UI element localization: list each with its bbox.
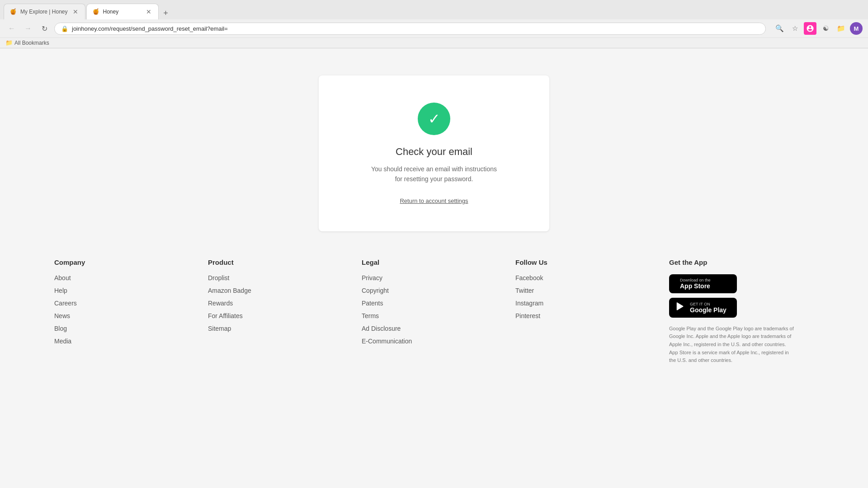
footer-link-about[interactable]: About xyxy=(54,274,71,282)
tab-title-2: Honey xyxy=(103,9,141,15)
list-item: Instagram xyxy=(515,300,660,307)
list-item: Ad Disclosure xyxy=(362,325,506,332)
tab-my-explore[interactable]: 🍯 My Explore | Honey ✕ xyxy=(4,4,85,19)
apple-badge-text: Download on the App Store xyxy=(680,278,711,290)
list-item: Privacy xyxy=(362,274,506,282)
checkmark-icon: ✓ xyxy=(428,110,440,127)
list-item: News xyxy=(54,312,199,319)
list-item: Copyright xyxy=(362,287,506,294)
success-card: ✓ Check your email You should receive an… xyxy=(319,75,549,231)
return-link[interactable]: Return to account settings xyxy=(400,197,468,204)
tab-close-1[interactable]: ✕ xyxy=(71,8,80,16)
tab-title-1: My Explore | Honey xyxy=(20,9,68,15)
card-subtitle-line1: You should receive an email with instruc… xyxy=(371,165,497,173)
tab-close-2[interactable]: ✕ xyxy=(145,8,153,16)
google-badge-small: GET IT ON xyxy=(690,302,726,306)
footer-product: Product Droplist Amazon Badge Rewards Fo… xyxy=(208,258,353,365)
list-item: Facebook xyxy=(515,274,660,282)
tab-favicon-2: 🍯 xyxy=(92,8,99,15)
footer-legal: Legal Privacy Copyright Patents Terms Ad… xyxy=(362,258,506,365)
bookmarks-bar-label[interactable]: All Bookmarks xyxy=(14,40,49,46)
list-item: Amazon Badge xyxy=(208,287,353,294)
list-item: Help xyxy=(54,287,199,294)
card-subtitle: You should receive an email with instruc… xyxy=(355,164,513,184)
list-item: Rewards xyxy=(208,300,353,307)
address-bar-row: ← → ↻ 🔒 joinhoney.com/request/send_passw… xyxy=(0,19,868,38)
footer-link-droplist[interactable]: Droplist xyxy=(208,274,229,282)
footer-link-ad-disclosure[interactable]: Ad Disclosure xyxy=(362,325,401,332)
list-item: Media xyxy=(54,338,199,345)
footer-link-terms[interactable]: Terms xyxy=(362,312,379,319)
footer-link-instagram[interactable]: Instagram xyxy=(515,300,543,307)
card-title: Check your email xyxy=(355,146,513,158)
apple-app-store-badge[interactable]: Download on the App Store xyxy=(669,274,737,293)
bookmarks-folder-icon: 📁 xyxy=(5,39,13,46)
bookmarks-bar: 📁 All Bookmarks xyxy=(0,38,868,48)
footer-link-privacy[interactable]: Privacy xyxy=(362,274,382,282)
footer-follow: Follow Us Facebook Twitter Instagram Pin… xyxy=(515,258,660,365)
lock-icon: 🔒 xyxy=(61,25,68,32)
footer-product-heading: Product xyxy=(208,258,353,266)
footer-link-twitter[interactable]: Twitter xyxy=(515,287,534,294)
footer-legal-links: Privacy Copyright Patents Terms Ad Discl… xyxy=(362,274,506,345)
footer-product-links: Droplist Amazon Badge Rewards For Affili… xyxy=(208,274,353,332)
bookmark-star-button[interactable]: ☆ xyxy=(788,22,801,35)
list-item: About xyxy=(54,274,199,282)
tab-honey[interactable]: 🍯 Honey ✕ xyxy=(86,4,159,19)
success-circle: ✓ xyxy=(418,103,450,135)
tab-bar: 🍯 My Explore | Honey ✕ 🍯 Honey ✕ + xyxy=(0,0,868,19)
address-text: joinhoney.com/request/send_password_rese… xyxy=(72,25,759,32)
google-play-badge[interactable]: GET IT ON Google Play xyxy=(669,298,737,318)
footer-follow-heading: Follow Us xyxy=(515,258,660,266)
footer-link-pinterest[interactable]: Pinterest xyxy=(515,312,540,319)
list-item: Blog xyxy=(54,325,199,332)
google-play-icon xyxy=(675,301,685,314)
tab-favicon-1: 🍯 xyxy=(9,8,17,15)
footer-link-rewards[interactable]: Rewards xyxy=(208,300,233,307)
footer: Company About Help Careers News Blog Med… xyxy=(0,240,868,383)
app-badges: Download on the App Store GET IT ON Goog… xyxy=(669,274,814,318)
footer-link-patents[interactable]: Patents xyxy=(362,300,383,307)
reload-button[interactable]: ↻ xyxy=(38,22,51,35)
footer-link-amazon-badge[interactable]: Amazon Badge xyxy=(208,287,251,294)
footer-company-links: About Help Careers News Blog Media xyxy=(54,274,199,345)
list-item: Pinterest xyxy=(515,312,660,319)
footer-link-careers[interactable]: Careers xyxy=(54,300,77,307)
back-button[interactable]: ← xyxy=(5,22,18,35)
footer-link-help[interactable]: Help xyxy=(54,287,67,294)
list-item: Sitemap xyxy=(208,325,353,332)
footer-link-facebook[interactable]: Facebook xyxy=(515,274,543,282)
footer-link-media[interactable]: Media xyxy=(54,338,71,345)
list-item: Droplist xyxy=(208,274,353,282)
footer-app-heading: Get the App xyxy=(669,258,814,266)
card-container: ✓ Check your email You should receive an… xyxy=(0,66,868,240)
browser-chrome: 🍯 My Explore | Honey ✕ 🍯 Honey ✕ + ← → ↻… xyxy=(0,0,868,48)
footer-link-news[interactable]: News xyxy=(54,312,70,319)
footer-company: Company About Help Careers News Blog Med… xyxy=(54,258,199,365)
footer-link-copyright[interactable]: Copyright xyxy=(362,287,389,294)
list-item: E-Communication xyxy=(362,338,506,345)
footer-link-e-communication[interactable]: E-Communication xyxy=(362,338,412,345)
list-item: Patents xyxy=(362,300,506,307)
footer-link-affiliates[interactable]: For Affiliates xyxy=(208,312,243,319)
google-badge-large: Google Play xyxy=(690,306,726,314)
search-icon-btn[interactable]: 🔍 xyxy=(773,22,786,35)
google-badge-text: GET IT ON Google Play xyxy=(690,302,726,314)
forward-button[interactable]: → xyxy=(22,22,34,35)
extensions-button[interactable]: ☯ xyxy=(819,22,832,35)
address-bar[interactable]: 🔒 joinhoney.com/request/send_password_re… xyxy=(54,23,766,35)
footer-legal-heading: Legal xyxy=(362,258,506,266)
footer-company-heading: Company xyxy=(54,258,199,266)
footer-link-sitemap[interactable]: Sitemap xyxy=(208,325,231,332)
honey-extension-icon[interactable] xyxy=(804,22,816,35)
footer-link-blog[interactable]: Blog xyxy=(54,325,67,332)
footer-app: Get the App Download on the App Store xyxy=(669,258,814,365)
list-item: Careers xyxy=(54,300,199,307)
list-item: For Affiliates xyxy=(208,312,353,319)
new-tab-button[interactable]: + xyxy=(160,7,172,19)
list-item: Twitter xyxy=(515,287,660,294)
footer-disclaimer: Google Play and the Google Play logo are… xyxy=(669,325,796,365)
device-button[interactable]: 📁 xyxy=(835,22,847,35)
browser-icons: 🔍 ☆ ☯ 📁 M xyxy=(773,22,863,35)
profile-button[interactable]: M xyxy=(850,22,863,35)
